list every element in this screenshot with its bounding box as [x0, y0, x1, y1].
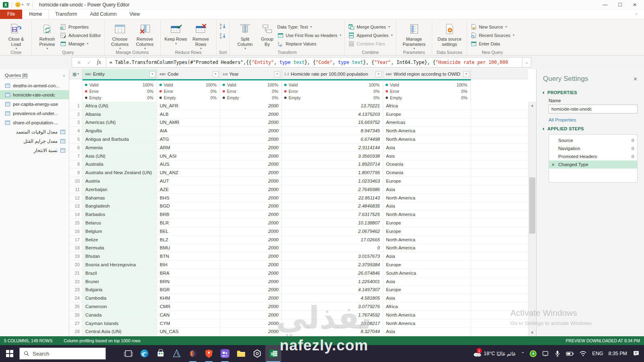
filter-icon[interactable]: ▾: [149, 71, 155, 77]
collapse-pane-icon[interactable]: ‹: [63, 72, 65, 78]
cell-code[interactable]: UN_AFR: [157, 102, 220, 110]
ribbon-tab[interactable]: File: [0, 10, 22, 19]
weather-tray-item[interactable]: 1 18°C غائم غالبًا: [473, 350, 516, 358]
action-center-icon[interactable]: [632, 350, 640, 357]
query-list-item[interactable]: per-capita-energy-use: [0, 99, 69, 109]
cell-year[interactable]: 2000: [220, 302, 282, 311]
cell-year[interactable]: 2000: [220, 319, 282, 328]
cell-code[interactable]: BRN: [157, 278, 220, 286]
cell-world-region[interactable]: Europe: [383, 177, 471, 185]
cell-homicide-rate[interactable]: 1.0233463: [282, 177, 383, 185]
cell-code[interactable]: CAN: [157, 311, 220, 319]
filter-icon[interactable]: ▾: [376, 71, 382, 77]
keep-rows-button[interactable]: Keep Rows ▾: [164, 21, 188, 47]
delete-step-icon[interactable]: ✕: [551, 162, 556, 167]
minimize-button[interactable]: —: [603, 2, 607, 8]
row-number[interactable]: 15: [69, 219, 83, 227]
cell-world-region[interactable]: Asia: [383, 185, 471, 194]
scroll-down-icon[interactable]: ▼: [528, 329, 536, 336]
query-list-item[interactable]: deaths-in-armed-con...: [0, 81, 69, 90]
row-number[interactable]: 11: [69, 185, 83, 194]
status-profiling-note[interactable]: Column profiling based on top 1000 rows: [64, 338, 140, 343]
cell-code[interactable]: CMR: [157, 302, 220, 311]
cell-homicide-rate[interactable]: 2.9114144: [282, 144, 383, 152]
cell-entity[interactable]: Americas (UN): [83, 119, 157, 127]
cell-year[interactable]: 2000: [220, 185, 282, 194]
column-header-entity[interactable]: ABC Entity ▾: [83, 69, 157, 79]
cell-code[interactable]: UN_AMR: [157, 119, 220, 127]
cell-code[interactable]: BGR: [157, 286, 220, 294]
cell-world-region[interactable]: Africa: [383, 302, 471, 311]
cell-world-region[interactable]: Europe: [383, 227, 471, 236]
cell-homicide-rate[interactable]: 17.02665: [282, 236, 383, 244]
formula-cancel-icon[interactable]: ✕: [77, 60, 81, 66]
query-list-item[interactable]: معدل جرايم القتل: [0, 136, 69, 146]
row-number[interactable]: 27: [69, 319, 83, 328]
cell-code[interactable]: UN_ANZ: [157, 169, 220, 177]
cell-homicide-rate[interactable]: 2.3799384: [282, 261, 383, 269]
row-number[interactable]: 6: [69, 144, 83, 152]
cell-code[interactable]: ARM: [157, 144, 220, 152]
cell-world-region[interactable]: South America: [383, 269, 471, 278]
query-list-item[interactable]: نسبة الانتحار: [0, 146, 69, 155]
cell-world-region[interactable]: North America: [383, 319, 471, 328]
cell-code[interactable]: ALB: [157, 110, 220, 119]
cell-homicide-rate[interactable]: 10.138807: [282, 219, 383, 227]
applied-step-item[interactable]: ✕ Promoted Headers ⚙: [549, 152, 637, 160]
step-settings-gear-icon[interactable]: ⚙: [631, 138, 635, 143]
cell-world-region[interactable]: Oceania: [383, 160, 471, 169]
remove-rows-button[interactable]: Remove Rows ▾: [189, 21, 213, 50]
cell-entity[interactable]: Bosnia and Herzegovina: [83, 261, 157, 269]
cell-entity[interactable]: Africa (UN): [83, 102, 157, 110]
cell-homicide-rate[interactable]: 1.8920714: [282, 160, 383, 169]
row-number[interactable]: 14: [69, 210, 83, 219]
cell-homicide-rate[interactable]: 1.2254001: [282, 278, 383, 286]
cell-year[interactable]: 2000: [220, 152, 282, 160]
close-button[interactable]: ✕: [633, 2, 637, 8]
replace-values-button[interactable]: 12 Replace Values: [277, 40, 341, 47]
screen-snip-icon[interactable]: [542, 350, 549, 357]
cell-year[interactable]: 2000: [220, 160, 282, 169]
cell-entity[interactable]: Antigua and Barbuda: [83, 135, 157, 144]
collapse-ribbon-icon[interactable]: ⌃: [635, 13, 638, 17]
cell-year[interactable]: 2000: [220, 102, 282, 110]
cell-code[interactable]: BTN: [157, 252, 220, 261]
people-app-icon[interactable]: [217, 345, 233, 362]
formula-accept-icon[interactable]: ✓: [87, 60, 91, 66]
cell-entity[interactable]: Belize: [83, 236, 157, 244]
cell-code[interactable]: AZE: [157, 185, 220, 194]
cell-world-region[interactable]: Europe: [383, 261, 471, 269]
cell-world-region[interactable]: Oceania: [383, 169, 471, 177]
cell-world-region[interactable]: Africa: [383, 102, 471, 110]
column-header-world-region[interactable]: ABC World region according to OWID ▾: [383, 69, 471, 79]
cell-entity[interactable]: Albania: [83, 110, 157, 119]
row-number[interactable]: 24: [69, 294, 83, 302]
file-explorer-icon[interactable]: [233, 345, 249, 362]
properties-button[interactable]: Properties: [60, 23, 101, 31]
cell-code[interactable]: BRB: [157, 210, 220, 219]
all-properties-link[interactable]: All Properties: [549, 117, 638, 122]
maximize-button[interactable]: ☐: [618, 2, 622, 8]
formula-input[interactable]: = Table.TransformColumnTypes(#"Promoted …: [106, 57, 522, 68]
cell-year[interactable]: 2000: [220, 110, 282, 119]
cell-entity[interactable]: Bhutan: [83, 252, 157, 261]
split-column-button[interactable]: Split Column ▾: [233, 21, 257, 50]
row-number[interactable]: 19: [69, 252, 83, 261]
excel-taskbar-icon[interactable]: X: [265, 345, 281, 362]
opera-browser-icon[interactable]: [185, 345, 201, 362]
query-list-item[interactable]: share-of-population-...: [0, 118, 69, 127]
brave-browser-icon[interactable]: [201, 345, 217, 362]
row-number[interactable]: 21: [69, 269, 83, 278]
cell-year[interactable]: 2000: [220, 252, 282, 261]
customize-toolbar-icon[interactable]: ▾: [27, 4, 30, 6]
chatgpt-icon[interactable]: [249, 345, 265, 362]
cell-homicide-rate[interactable]: 1.7674592: [282, 311, 383, 319]
cell-homicide-rate[interactable]: 3.0779276: [282, 302, 383, 311]
merge-queries-button[interactable]: Merge Queries ▾: [348, 23, 393, 31]
cell-world-region[interactable]: Asia: [383, 202, 471, 211]
language-indicator[interactable]: ENG: [592, 351, 603, 356]
cell-entity[interactable]: Bulgaria: [83, 286, 157, 294]
microphone-icon[interactable]: [554, 350, 561, 357]
advanced-editor-button[interactable]: Advanced Editor: [60, 31, 101, 39]
task-view-icon[interactable]: [120, 345, 136, 362]
